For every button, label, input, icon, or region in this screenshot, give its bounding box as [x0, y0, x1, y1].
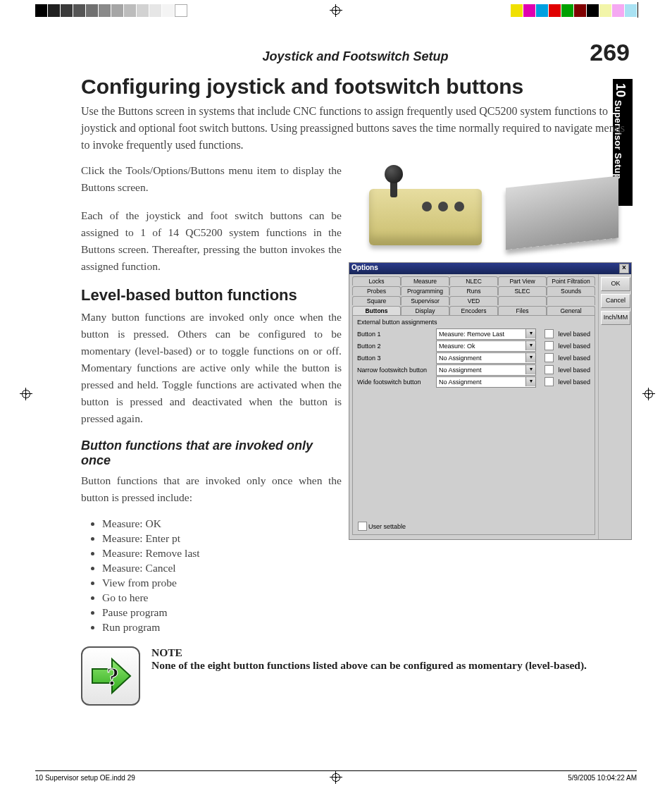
list-item: Measure: Remove last [102, 547, 342, 560]
tab-partview[interactable]: Part View [498, 276, 547, 285]
list-item: Measure: Cancel [102, 562, 342, 574]
assignment-combo[interactable]: No Assignment▾ [436, 352, 536, 364]
level-based-checkbox[interactable] [545, 377, 554, 386]
tab-blank[interactable] [547, 296, 595, 305]
checkbox-label: level based [558, 343, 590, 350]
subsubheading: Button functions that are invoked only o… [81, 438, 342, 468]
assignment-row: Button 3 No Assignment▾ level based [357, 352, 590, 364]
assignment-row: Narrow footswitch button No Assignment▾ … [357, 364, 590, 376]
dialog-title: Options [351, 264, 378, 273]
tab-ved[interactable]: VED [449, 296, 498, 305]
tab-encoders[interactable]: Encoders [449, 306, 498, 315]
bullet-list: Measure: OK Measure: Enter pt Measure: R… [102, 517, 342, 634]
assignment-combo[interactable]: No Assignment▾ [436, 364, 536, 376]
chevron-down-icon[interactable]: ▾ [525, 329, 535, 338]
assignment-row: Button 2 Measure: Ok▾ level based [357, 340, 590, 352]
body-paragraph: Each of the joystick and foot switch but… [81, 207, 342, 275]
close-icon[interactable]: × [619, 264, 629, 273]
running-head-title: Joystick and Footswitch Setup [144, 49, 566, 64]
tab-buttons[interactable]: Buttons [352, 306, 401, 315]
user-settable-checkbox[interactable] [358, 522, 367, 531]
tab-blank[interactable] [498, 296, 547, 305]
note-title: NOTE [151, 646, 587, 659]
subheading: Level-based button functions [81, 286, 342, 305]
body-paragraph: Many button functions are invoked only o… [81, 309, 342, 427]
assignment-row: Button 1 Measure: Remove Last▾ level bas… [357, 328, 590, 340]
body-paragraph: Button functions that are invoked only o… [81, 472, 342, 506]
tab-runs[interactable]: Runs [449, 286, 498, 295]
row-label: Button 3 [357, 355, 433, 362]
footswitch-illustration [499, 162, 626, 254]
ok-button[interactable]: OK [601, 277, 630, 291]
tab-locks[interactable]: Locks [352, 276, 401, 285]
list-item: Measure: Enter pt [102, 532, 342, 545]
row-label: Button 1 [357, 331, 433, 338]
row-label: Button 2 [357, 343, 433, 350]
list-item: View from probe [102, 577, 342, 589]
list-item: Measure: OK [102, 517, 342, 530]
tab-supervisor[interactable]: Supervisor [401, 296, 449, 305]
level-based-checkbox[interactable] [545, 329, 554, 338]
svg-text:?: ? [106, 663, 119, 691]
footer-filename: 10 Supervisor setup OE.indd 29 [35, 774, 135, 782]
row-label: Narrow footswitch button [357, 367, 433, 374]
page-title: Configuring joystick and footswitch butt… [81, 75, 630, 99]
assignment-combo[interactable]: Measure: Remove Last▾ [436, 328, 536, 340]
tab-probes[interactable]: Probes [352, 286, 401, 295]
checkbox-label: level based [558, 355, 590, 362]
body-paragraph: Click the Tools/Options/Buttons menu ite… [81, 162, 342, 196]
chevron-down-icon[interactable]: ▾ [525, 353, 535, 362]
footer-timestamp: 5/9/2005 10:04:22 AM [568, 774, 637, 782]
checkbox-label: level based [558, 331, 590, 338]
group-label: External button assignments [357, 319, 590, 326]
tab-general[interactable]: General [547, 306, 595, 315]
page-footer: 10 Supervisor setup OE.indd 29 5/9/2005 … [35, 770, 637, 782]
tab-programming[interactable]: Programming [401, 286, 449, 295]
registration-mark-icon [20, 388, 32, 400]
note-body: None of the eight button functions liste… [151, 659, 587, 671]
tab-slec[interactable]: SLEC [498, 286, 547, 295]
assignment-row: Wide footswitch button No Assignment▾ le… [357, 376, 590, 388]
level-based-checkbox[interactable] [545, 365, 554, 374]
cancel-button[interactable]: Cancel [601, 294, 630, 308]
assignment-combo[interactable]: No Assignment▾ [436, 376, 536, 388]
options-dialog: Options × Locks Measure NLEC Part View P… [349, 262, 632, 540]
tab-nlec[interactable]: NLEC [449, 276, 498, 285]
tab-pointfiltration[interactable]: Point Filtration [547, 276, 595, 285]
list-item: Go to here [102, 591, 342, 604]
registration-mark-icon [330, 4, 342, 17]
list-item: Pause program [102, 606, 342, 619]
level-based-checkbox[interactable] [545, 341, 554, 350]
page-number: 269 [566, 39, 630, 66]
tab-sounds[interactable]: Sounds [547, 286, 595, 295]
checkbox-label: User settable [368, 523, 406, 530]
joystick-illustration [362, 162, 489, 254]
tab-files[interactable]: Files [498, 306, 547, 315]
row-label: Wide footswitch button [357, 379, 433, 386]
intro-paragraph: Use the Buttons screen in systems that i… [81, 103, 630, 154]
level-based-checkbox[interactable] [545, 353, 554, 362]
registration-mark-icon [642, 388, 655, 400]
tab-measure[interactable]: Measure [401, 276, 449, 285]
chevron-down-icon[interactable]: ▾ [525, 377, 535, 386]
list-item: Run program [102, 621, 342, 634]
tab-square[interactable]: Square [352, 296, 401, 305]
inch-mm-button[interactable]: Inch/MM [601, 311, 630, 325]
tab-display[interactable]: Display [401, 306, 449, 315]
note-icon: ? [81, 646, 140, 706]
chevron-down-icon[interactable]: ▾ [525, 365, 535, 374]
chevron-down-icon[interactable]: ▾ [525, 341, 535, 350]
assignment-combo[interactable]: Measure: Ok▾ [436, 340, 536, 352]
checkbox-label: level based [558, 367, 590, 374]
checkbox-label: level based [558, 379, 590, 386]
